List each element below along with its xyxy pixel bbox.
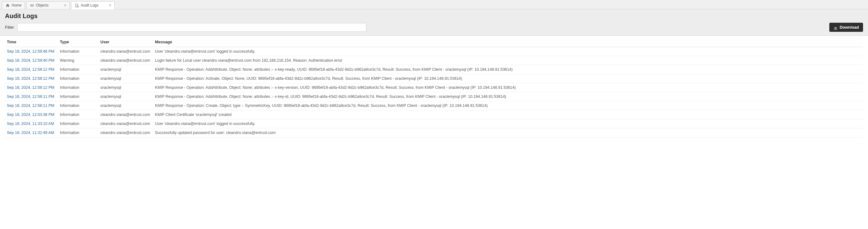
table-row: Sep 16, 2024, 11:32:49 AMInformationclea… (5, 128, 863, 137)
cell-message: KMIP Response - Operation: AddAttribute,… (153, 83, 863, 92)
cell-type: Information (58, 65, 98, 74)
filter-input[interactable] (17, 23, 366, 32)
cell-user: cleandro.viana@entrust.com (98, 110, 153, 119)
close-icon[interactable]: × (107, 3, 113, 7)
cell-message: KMIP Client Certificate 'oraclemysql' cr… (153, 110, 863, 119)
time-link[interactable]: Sep 16, 2024, 12:58:12 PM (7, 76, 54, 81)
cell-time: Sep 16, 2024, 12:58:11 PM (5, 92, 58, 101)
table-row: Sep 16, 2024, 12:58:11 PMInformationorac… (5, 92, 863, 101)
cell-time: Sep 16, 2024, 12:59:46 PM (5, 47, 58, 56)
cell-time: Sep 16, 2024, 11:32:49 AM (5, 128, 58, 137)
table-row: Sep 16, 2024, 12:03:38 PMInformationclea… (5, 110, 863, 119)
cell-user: oraclemysql (98, 92, 153, 101)
table-row: Sep 16, 2024, 12:59:46 PMInformationclea… (5, 47, 863, 56)
cell-message: KMIP Response - Operation: AddAttribute,… (153, 65, 863, 74)
col-header-user[interactable]: User (98, 37, 153, 47)
cell-user: oraclemysql (98, 74, 153, 83)
filter-label: Filter (5, 25, 14, 30)
audit-log-table: Time Type User Message Sep 16, 2024, 12:… (5, 37, 863, 137)
cell-type: Information (58, 101, 98, 110)
time-link[interactable]: Sep 16, 2024, 12:59:40 PM (7, 58, 54, 63)
cell-message: Login failure for Local user cleandro.vi… (153, 56, 863, 65)
table-row: Sep 16, 2024, 11:33:10 AMInformationclea… (5, 119, 863, 128)
cell-time: Sep 16, 2024, 12:58:12 PM (5, 74, 58, 83)
cell-message: KMIP Response - Operation: AddAttribute,… (153, 92, 863, 101)
download-icon (833, 25, 838, 30)
filter-row: Filter Download (5, 23, 863, 32)
tab-objects-label: Objects (36, 3, 61, 7)
cell-type: Information (58, 92, 98, 101)
cell-time: Sep 16, 2024, 11:33:10 AM (5, 119, 58, 128)
time-link[interactable]: Sep 16, 2024, 12:58:11 PM (7, 94, 54, 99)
table-header-row: Time Type User Message (5, 37, 863, 47)
time-link[interactable]: Sep 16, 2024, 12:59:46 PM (7, 49, 54, 54)
cell-message: User 'cleandro.viana@entrust.com' logged… (153, 47, 863, 56)
table-row: Sep 16, 2024, 12:58:12 PMInformationorac… (5, 83, 863, 92)
cell-user: oraclemysql (98, 65, 153, 74)
table-row: Sep 16, 2024, 12:58:12 PMInformationorac… (5, 74, 863, 83)
download-button-label: Download (840, 25, 859, 30)
col-header-time[interactable]: Time (5, 37, 58, 47)
cell-type: Information (58, 83, 98, 92)
cell-type: Information (58, 110, 98, 119)
time-link[interactable]: Sep 16, 2024, 12:58:12 PM (7, 85, 54, 90)
tab-home-label: Home (11, 3, 22, 7)
cell-time: Sep 16, 2024, 12:58:12 PM (5, 65, 58, 74)
tab-audit-logs-label: Audit Logs (81, 3, 106, 7)
cell-type: Information (58, 74, 98, 83)
time-link[interactable]: Sep 16, 2024, 11:33:10 AM (7, 122, 54, 126)
cell-message: KMIP Response - Operation: Create, Objec… (153, 101, 863, 110)
cell-user: oraclemysql (98, 83, 153, 92)
cell-type: Warning (58, 56, 98, 65)
cell-time: Sep 16, 2024, 12:59:40 PM (5, 56, 58, 65)
tabs-bar: Home Objects × Audit Logs × (0, 0, 868, 9)
cell-type: Information (58, 128, 98, 137)
audit-table-wrap: Time Type User Message Sep 16, 2024, 12:… (0, 36, 868, 142)
cell-message: User 'cleandro.viana@entrust.com' logged… (153, 119, 863, 128)
cell-time: Sep 16, 2024, 12:58:12 PM (5, 83, 58, 92)
page-title: Audit Logs (5, 12, 863, 20)
col-header-message[interactable]: Message (153, 37, 863, 47)
close-icon[interactable]: × (63, 3, 68, 7)
audit-log-icon (74, 3, 79, 7)
cell-user: cleandro.viana@entrust.com (98, 119, 153, 128)
svg-line-4 (78, 6, 79, 7)
page-header: Audit Logs Filter Download (0, 9, 868, 36)
cell-message: Successfully updated password for user: … (153, 128, 863, 137)
time-link[interactable]: Sep 16, 2024, 12:03:38 PM (7, 112, 54, 117)
download-button[interactable]: Download (829, 23, 863, 32)
cell-type: Information (58, 119, 98, 128)
cell-time: Sep 16, 2024, 12:03:38 PM (5, 110, 58, 119)
time-link[interactable]: Sep 16, 2024, 12:58:12 PM (7, 67, 54, 72)
objects-icon (30, 3, 34, 7)
table-row: Sep 16, 2024, 12:58:11 PMInformationorac… (5, 101, 863, 110)
time-link[interactable]: Sep 16, 2024, 12:58:11 PM (7, 103, 54, 108)
cell-type: Information (58, 47, 98, 56)
cell-message: KMIP Response - Operation: Activate, Obj… (153, 74, 863, 83)
col-header-type[interactable]: Type (58, 37, 98, 47)
table-row: Sep 16, 2024, 12:59:40 PMWarningcleandro… (5, 56, 863, 65)
cell-time: Sep 16, 2024, 12:58:11 PM (5, 101, 58, 110)
cell-user: cleandro.viana@entrust.com (98, 128, 153, 137)
cell-user: cleandro.viana@entrust.com (98, 56, 153, 65)
table-row: Sep 16, 2024, 12:58:12 PMInformationorac… (5, 65, 863, 74)
home-icon (5, 3, 10, 7)
cell-user: oraclemysql (98, 101, 153, 110)
tab-audit-logs[interactable]: Audit Logs × (71, 1, 115, 9)
tab-objects[interactable]: Objects × (26, 1, 70, 9)
tab-home[interactable]: Home (2, 1, 25, 9)
time-link[interactable]: Sep 16, 2024, 11:32:49 AM (7, 131, 54, 135)
cell-user: cleandro.viana@entrust.com (98, 47, 153, 56)
